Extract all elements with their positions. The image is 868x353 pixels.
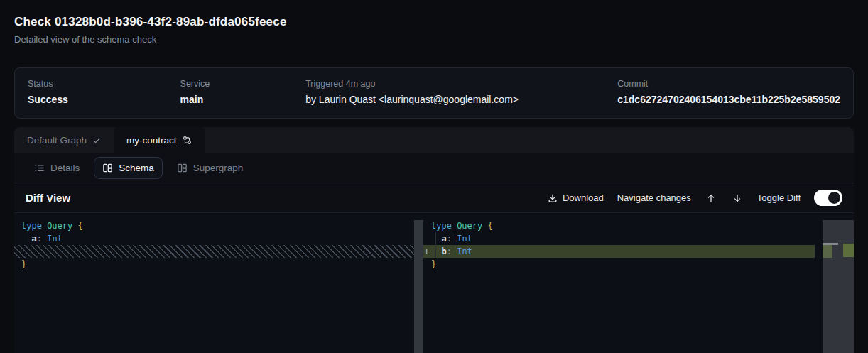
diff-toolbar-controls: Download Navigate changes bbox=[548, 190, 842, 206]
check-meta-card: Status Success Service main Triggered 4m… bbox=[14, 67, 854, 119]
meta-status: Status Success bbox=[28, 78, 180, 108]
commit-value: c1dc62724702406154013cbe11b225b2e5859502 bbox=[617, 93, 840, 106]
page-title: Check 01328b0d-b396-43f2-89ab-dfda065fee… bbox=[14, 13, 854, 31]
page-subtitle: Detailed view of the schema check bbox=[14, 33, 854, 46]
code-line: } bbox=[21, 258, 423, 271]
code-line: a: Int bbox=[431, 232, 854, 245]
tab-my-contract[interactable]: my-contract bbox=[114, 127, 205, 153]
toggle-diff-switch[interactable] bbox=[814, 190, 842, 206]
download-button[interactable]: Download bbox=[548, 192, 604, 203]
ruler-added-overlay bbox=[823, 245, 832, 258]
code-line: a: Int bbox=[21, 232, 423, 245]
arrow-up-icon bbox=[706, 193, 716, 203]
indent-guide bbox=[26, 232, 26, 258]
tab-default-graph[interactable]: Default Graph bbox=[14, 127, 114, 153]
code-line-added: b: Int bbox=[423, 245, 815, 258]
git-compare-icon bbox=[183, 136, 192, 145]
right-editor-overview-ruler[interactable] bbox=[823, 220, 854, 353]
code-after: type Query { a: Int b: Int} bbox=[423, 213, 854, 271]
triggered-value: by Laurin Quast <laurinquast@googlemail.… bbox=[305, 93, 617, 106]
added-line-marker: + bbox=[424, 245, 429, 258]
tab-details[interactable]: Details bbox=[26, 157, 88, 179]
check-detail-panel: Default Graph my-contract bbox=[14, 127, 854, 353]
meta-service: Service main bbox=[180, 78, 306, 108]
diff-view-title: Diff View bbox=[26, 192, 70, 204]
code-before: type Query { a: Int} bbox=[14, 213, 423, 271]
download-label: Download bbox=[563, 192, 604, 203]
panel-body: Details Schema bbox=[14, 153, 854, 353]
commit-label: Commit bbox=[617, 78, 840, 89]
status-label: Status bbox=[28, 78, 180, 89]
ruler-added-change-marker bbox=[843, 244, 854, 257]
schema-diff-editor: type Query { a: Int} + type Query { a: I… bbox=[14, 213, 854, 353]
diff-pane-before: type Query { a: Int} bbox=[14, 213, 423, 353]
indent-guide bbox=[435, 232, 436, 258]
service-label: Service bbox=[180, 78, 306, 89]
next-change-button[interactable] bbox=[731, 193, 744, 203]
tab-schema-label: Schema bbox=[119, 163, 154, 173]
code-line-hatched bbox=[14, 245, 423, 258]
view-tab-bar: Details Schema bbox=[14, 153, 854, 183]
check-icon bbox=[92, 136, 101, 145]
arrow-down-icon bbox=[732, 193, 742, 203]
left-editor-scrollbar[interactable] bbox=[414, 220, 423, 353]
diff-toolbar: Diff View Download Navigate changes bbox=[14, 183, 854, 213]
status-value: Success bbox=[28, 93, 180, 106]
tab-supergraph-label: Supergraph bbox=[193, 163, 244, 173]
list-icon bbox=[34, 163, 45, 173]
download-icon bbox=[548, 193, 558, 203]
meta-triggered: Triggered 4m ago by Laurin Quast <laurin… bbox=[305, 78, 617, 108]
triggered-label: Triggered 4m ago bbox=[305, 78, 617, 89]
code-line: } bbox=[431, 258, 854, 271]
previous-change-button[interactable] bbox=[705, 193, 717, 203]
tab-supergraph[interactable]: Supergraph bbox=[168, 157, 252, 179]
tab-schema[interactable]: Schema bbox=[94, 157, 163, 179]
diff-pane-after: + type Query { a: Int b: Int} bbox=[423, 213, 854, 353]
tab-my-contract-label: my-contract bbox=[126, 135, 177, 146]
meta-commit: Commit c1dc62724702406154013cbe11b225b2e… bbox=[617, 78, 840, 108]
service-value: main bbox=[180, 93, 306, 106]
code-line: type Query { bbox=[21, 219, 423, 232]
code-line: type Query { bbox=[431, 219, 854, 232]
toggle-diff-label: Toggle Diff bbox=[757, 192, 801, 203]
layout-panels-icon bbox=[177, 163, 188, 173]
layout-panels-icon bbox=[102, 163, 113, 173]
graph-tab-bar: Default Graph my-contract bbox=[14, 127, 854, 153]
toggle-knob bbox=[828, 192, 840, 204]
tab-default-graph-label: Default Graph bbox=[27, 135, 87, 146]
page-header: Check 01328b0d-b396-43f2-89ab-dfda065fee… bbox=[0, 0, 868, 46]
tab-details-label: Details bbox=[50, 163, 80, 173]
navigate-changes-label: Navigate changes bbox=[617, 192, 691, 203]
